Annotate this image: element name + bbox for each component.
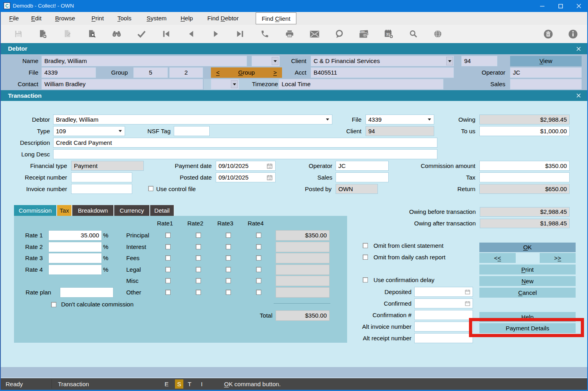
client-dropdown-icon[interactable] [446, 57, 453, 65]
legal-rate1-checkbox[interactable] [165, 267, 171, 272]
credit-card-button[interactable]: VISA [358, 28, 370, 40]
new-document-button[interactable] [36, 28, 49, 40]
previous-button[interactable]: << [479, 253, 516, 263]
other-rate1-checkbox[interactable] [165, 290, 171, 295]
cancel-button[interactable]: Cancel [479, 288, 576, 298]
tab-currency[interactable]: Currency [114, 205, 150, 216]
tx-operator-combo[interactable]: JC [336, 161, 389, 171]
operator-combo[interactable]: JC [510, 67, 582, 78]
find-button[interactable] [110, 28, 123, 40]
client-combo[interactable]: C & D Financial Services [311, 56, 454, 66]
nsf-tag-field[interactable] [174, 126, 210, 136]
about-button[interactable] [566, 28, 579, 40]
use-confirmation-delay-checkbox[interactable] [363, 277, 368, 282]
previous-record-button[interactable] [185, 28, 197, 40]
rate3-field[interactable] [48, 253, 102, 263]
calendar-icon[interactable] [465, 301, 470, 306]
next-record-button[interactable] [209, 28, 222, 40]
calendar-icon[interactable]: 10 [267, 175, 272, 180]
type-combo[interactable]: 109 [53, 126, 125, 136]
group-field-2[interactable]: 2 [169, 67, 203, 78]
menu-print[interactable]: Print [91, 12, 104, 25]
web-button[interactable] [431, 28, 444, 40]
legal-rate2-checkbox[interactable] [196, 267, 201, 272]
principal-rate2-checkbox[interactable] [196, 233, 201, 238]
contact-field[interactable]: William Bradley [42, 79, 203, 89]
rate-plan-combo[interactable] [60, 287, 113, 298]
menu-edit[interactable]: Edit [31, 12, 42, 25]
omit-client-statement-checkbox[interactable] [363, 243, 368, 248]
view-button[interactable]: View [510, 56, 582, 66]
dropdown-icon[interactable] [326, 118, 329, 120]
alt-invoice-number-field[interactable] [414, 322, 473, 332]
commission-amount-field[interactable]: $350.00 [479, 161, 570, 171]
interest-rate3-checkbox[interactable] [226, 244, 231, 249]
misc-rate3-checkbox[interactable] [226, 278, 231, 283]
name-field[interactable]: Bradley, William [42, 56, 247, 66]
legal-rate3-checkbox[interactable] [226, 267, 231, 272]
principal-rate3-checkbox[interactable] [226, 233, 231, 238]
other-rate2-checkbox[interactable] [196, 290, 201, 295]
dropdown-icon[interactable] [428, 118, 431, 120]
invoice-number-field[interactable] [71, 184, 132, 194]
dont-calculate-commission-checkbox[interactable] [51, 302, 56, 307]
fees-rate2-checkbox[interactable] [196, 255, 201, 261]
acct-field[interactable]: B405511 [311, 67, 454, 78]
tx-sales-combo[interactable] [336, 172, 389, 182]
rate4-field[interactable] [48, 265, 102, 275]
phone-button[interactable] [258, 28, 271, 40]
legal-rate4-checkbox[interactable] [256, 267, 261, 272]
receipt-number-field[interactable] [71, 172, 132, 182]
ok-button[interactable]: OK [479, 243, 576, 252]
client-number-combo[interactable]: 94 [461, 56, 497, 66]
email-button[interactable] [308, 28, 321, 40]
tx-file-combo[interactable]: 4339 [366, 115, 434, 124]
transaction-close-button[interactable] [576, 90, 581, 101]
deposited-field[interactable] [414, 287, 473, 297]
tax-field[interactable] [479, 172, 570, 182]
principal-rate4-checkbox[interactable] [256, 233, 261, 238]
print-button-panel[interactable]: Print [479, 265, 576, 274]
rate1-field[interactable]: 35.000 [48, 230, 102, 241]
delete-button[interactable] [542, 28, 554, 40]
long-desc-field[interactable] [53, 149, 437, 159]
menu-find-debtor[interactable]: Find Debtor [207, 12, 238, 25]
edit-document-button[interactable] [61, 28, 74, 40]
group-nav-button[interactable]: < Group > [211, 67, 282, 78]
next-button[interactable]: >> [540, 253, 576, 263]
interest-rate4-checkbox[interactable] [256, 244, 261, 249]
menu-find-client[interactable]: Find Client [256, 12, 296, 24]
group-prev[interactable]: < [216, 67, 220, 78]
menu-help[interactable]: Help [181, 12, 193, 25]
fees-rate4-checkbox[interactable] [256, 255, 261, 261]
calendar-icon[interactable] [465, 289, 470, 294]
dropdown-icon[interactable] [231, 80, 238, 88]
menu-browse[interactable]: Browse [55, 12, 75, 25]
dropdown-icon[interactable] [119, 130, 122, 132]
save-button[interactable] [12, 28, 25, 40]
preview-document-button[interactable] [85, 28, 98, 40]
misc-rate1-checkbox[interactable] [165, 278, 171, 283]
tab-detail[interactable]: Detail [150, 205, 174, 216]
maximize-button[interactable] [551, 0, 570, 12]
fees-rate1-checkbox[interactable] [165, 255, 171, 261]
debtor-close-button[interactable] [576, 43, 581, 54]
misc-rate4-checkbox[interactable] [256, 278, 261, 283]
last-record-button[interactable] [234, 28, 246, 40]
confirmation-number-field[interactable] [414, 310, 473, 320]
group-field-1[interactable]: 5 [133, 67, 168, 78]
file-field[interactable]: 4339 [42, 67, 96, 78]
confirm-button[interactable] [135, 28, 148, 40]
sales-combo[interactable] [510, 79, 582, 89]
menu-file[interactable]: File [9, 12, 19, 25]
calendar-icon[interactable]: 10 [267, 163, 272, 169]
search-notes-button[interactable] [333, 28, 346, 40]
contact-combo[interactable] [211, 79, 239, 89]
tx-debtor-combo[interactable]: Bradley, William [53, 115, 332, 124]
schedule-button[interactable]: 31 [382, 28, 395, 40]
close-button[interactable] [570, 0, 588, 12]
interest-rate1-checkbox[interactable] [165, 244, 171, 249]
rate2-field[interactable] [48, 242, 102, 252]
description-field[interactable]: Credit Card Payment [53, 138, 437, 148]
confirmed-field[interactable] [414, 298, 473, 308]
